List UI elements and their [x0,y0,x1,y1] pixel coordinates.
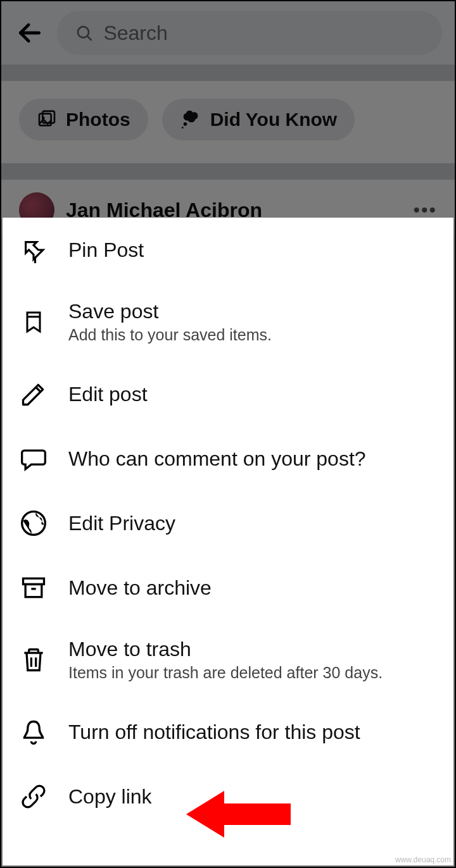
save-post-subtitle: Add this to your saved items. [68,326,272,344]
bell-icon [20,718,48,746]
turn-off-notifications-item[interactable]: Turn off notifications for this post [3,700,453,764]
copy-link-item[interactable]: Copy link [3,764,453,829]
watermark: www.deuaq.com [395,855,451,864]
move-to-archive-item[interactable]: Move to archive [3,555,453,620]
copy-link-label: Copy link [68,785,152,809]
link-icon [20,783,48,810]
comment-icon [20,445,48,473]
pin-post-label: Pin Post [68,239,144,262]
edit-privacy-item[interactable]: Edit Privacy [3,491,453,555]
move-to-archive-label: Move to archive [68,576,212,600]
archive-icon [20,574,48,602]
who-can-comment-item[interactable]: Who can comment on your post? [3,426,453,491]
action-sheet: Pin Post Save post Add this to your save… [3,218,453,865]
save-post-label: Save post [68,300,272,323]
globe-icon [20,509,48,537]
move-to-trash-item[interactable]: Move to trash Items in your trash are de… [3,620,453,700]
pin-icon [20,237,47,263]
edit-privacy-label: Edit Privacy [68,512,175,535]
move-to-trash-label: Move to trash [68,638,383,661]
pencil-icon [20,380,48,408]
bookmark-icon [21,308,46,336]
edit-post-label: Edit post [68,383,148,406]
save-post-item[interactable]: Save post Add this to your saved items. [3,282,453,362]
edit-post-item[interactable]: Edit post [3,362,453,426]
turn-off-notifications-label: Turn off notifications for this post [68,721,360,744]
who-can-comment-label: Who can comment on your post? [68,447,366,471]
move-to-trash-subtitle: Items in your trash are deleted after 30… [68,664,383,682]
svg-rect-14 [25,585,42,597]
pin-post-item[interactable]: Pin Post [3,218,453,282]
trash-icon [20,646,48,674]
